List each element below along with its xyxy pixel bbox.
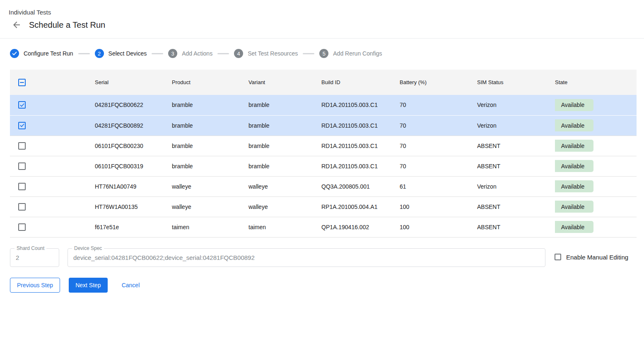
table-row[interactable]: 06101FQCB00319bramblebrambleRD1A.201105.… (10, 156, 637, 176)
cell-state: Available (555, 156, 637, 176)
step-add-rerun-configs[interactable]: 5Add Rerun Configs (319, 49, 382, 58)
cell-battery: 70 (400, 115, 477, 136)
previous-step-button[interactable]: Previous Step (10, 278, 60, 293)
step-label: Set Test Resources (248, 50, 298, 57)
title-row: Schedule a Test Run (9, 19, 634, 31)
row-checkbox[interactable] (18, 101, 26, 109)
table-row[interactable]: f617e51etaimentaimenQP1A.190416.002100AB… (10, 217, 637, 237)
next-step-button[interactable]: Next Step (69, 278, 107, 293)
state-badge: Available (555, 201, 593, 213)
state-badge: Available (555, 180, 593, 192)
cell-build-id: RD1A.201105.003.C1 (321, 95, 400, 115)
cell-battery: 61 (400, 176, 477, 196)
cell-serial: 06101FQCB00230 (95, 136, 172, 156)
cell-state: Available (555, 95, 637, 115)
cell-variant: walleye (248, 176, 321, 196)
column-header-build-id: Build ID (321, 70, 400, 95)
cell-build-id: QP1A.190416.002 (321, 217, 400, 237)
cell-state: Available (555, 196, 637, 217)
cell-build-id: RP1A.201005.004.A1 (321, 196, 400, 217)
back-button[interactable] (11, 19, 22, 30)
select-all-checkbox[interactable] (18, 79, 26, 86)
breadcrumb: Individual Tests (9, 9, 634, 16)
cell-battery: 100 (400, 217, 477, 237)
step-number: 4 (234, 49, 243, 58)
cell-battery: 70 (400, 156, 477, 176)
manual-editing-checkbox[interactable] (555, 254, 561, 260)
cell-product: walleye (172, 196, 248, 217)
cell-build-id: RD1A.201105.003.C1 (321, 136, 400, 156)
step-select-devices[interactable]: 2Select Devices (95, 49, 147, 58)
table-row[interactable]: HT76N1A00749walleyewalleyeQQ3A.200805.00… (10, 176, 637, 196)
cell-state: Available (555, 217, 637, 237)
table-row[interactable]: 04281FQCB00892bramblebrambleRD1A.201105.… (10, 115, 637, 136)
shard-count-field: Shard Count (10, 248, 59, 267)
cell-build-id: RD1A.201105.003.C1 (321, 156, 400, 176)
cell-state: Available (555, 176, 637, 196)
table-row[interactable]: 04281FQCB00622bramblebrambleRD1A.201105.… (10, 95, 637, 115)
cell-sim: ABSENT (477, 156, 555, 176)
step-number: 2 (95, 49, 104, 58)
column-header-variant: Variant (248, 70, 321, 95)
cell-serial: f617e51e (95, 217, 172, 237)
cell-variant: bramble (248, 95, 321, 115)
cell-variant: taimen (248, 217, 321, 237)
table-header-row: SerialProductVariantBuild IDBattery (%)S… (10, 70, 637, 95)
step-add-actions[interactable]: 3Add Actions (168, 49, 212, 58)
shard-form-row: Shard Count Device Spec Enable Manual Ed… (10, 248, 634, 267)
step-connector (217, 53, 229, 54)
row-checkbox[interactable] (18, 203, 26, 211)
cell-battery: 100 (400, 196, 477, 217)
cell-build-id: RD1A.201105.003.C1 (321, 115, 400, 136)
manual-editing-label: Enable Manual Editing (566, 254, 628, 261)
cell-variant: bramble (248, 156, 321, 176)
row-checkbox[interactable] (18, 223, 26, 231)
cell-sim: ABSENT (477, 217, 555, 237)
cell-serial: 06101FQCB00319 (95, 156, 172, 176)
step-complete-check-icon (10, 49, 19, 58)
device-spec-field: Device Spec (68, 248, 545, 267)
row-checkbox[interactable] (18, 122, 26, 129)
cell-state: Available (555, 115, 637, 136)
column-header-battery: Battery (%) (400, 70, 477, 95)
shard-count-label: Shard Count (14, 245, 46, 251)
step-connector (78, 53, 90, 54)
stepper: Configure Test Run2Select Devices3Add Ac… (0, 48, 644, 58)
cell-build-id: QQ3A.200805.001 (321, 176, 400, 196)
cell-serial: HT76W1A00135 (95, 196, 172, 217)
step-set-test-resources[interactable]: 4Set Test Resources (234, 49, 298, 58)
cell-product: bramble (172, 95, 248, 115)
device-table: SerialProductVariantBuild IDBattery (%)S… (10, 70, 637, 238)
state-badge: Available (555, 221, 593, 233)
device-spec-input[interactable] (68, 254, 545, 261)
cancel-button[interactable]: Cancel (115, 278, 147, 293)
cell-battery: 70 (400, 136, 477, 156)
column-header-state: State (555, 70, 637, 95)
cell-sim: Verizon (477, 176, 555, 196)
state-badge: Available (555, 99, 593, 111)
column-header-sim-status: SIM Status (477, 70, 555, 95)
step-configure-test-run[interactable]: Configure Test Run (10, 49, 73, 58)
cell-serial: HT76N1A00749 (95, 176, 172, 196)
table-row[interactable]: HT76W1A00135walleyewalleyeRP1A.201005.00… (10, 196, 637, 217)
shard-count-input[interactable] (10, 254, 59, 261)
table-row[interactable]: 06101FQCB00230bramblebrambleRD1A.201105.… (10, 136, 637, 156)
enable-manual-editing[interactable]: Enable Manual Editing (555, 254, 628, 261)
state-badge: Available (555, 140, 593, 152)
row-checkbox[interactable] (18, 142, 26, 150)
cell-sim: Verizon (477, 95, 555, 115)
cell-sim: ABSENT (477, 196, 555, 217)
step-label: Add Rerun Configs (333, 50, 382, 57)
cell-product: walleye (172, 176, 248, 196)
cell-product: bramble (172, 115, 248, 136)
page-title: Schedule a Test Run (29, 20, 105, 30)
step-label: Configure Test Run (24, 50, 73, 57)
cell-sim: ABSENT (477, 136, 555, 156)
step-number: 3 (168, 49, 177, 58)
header-divider (0, 38, 644, 39)
step-number: 5 (319, 49, 328, 58)
row-checkbox[interactable] (18, 162, 26, 170)
row-checkbox[interactable] (18, 183, 26, 190)
cell-serial: 04281FQCB00892 (95, 115, 172, 136)
cell-variant: walleye (248, 196, 321, 217)
